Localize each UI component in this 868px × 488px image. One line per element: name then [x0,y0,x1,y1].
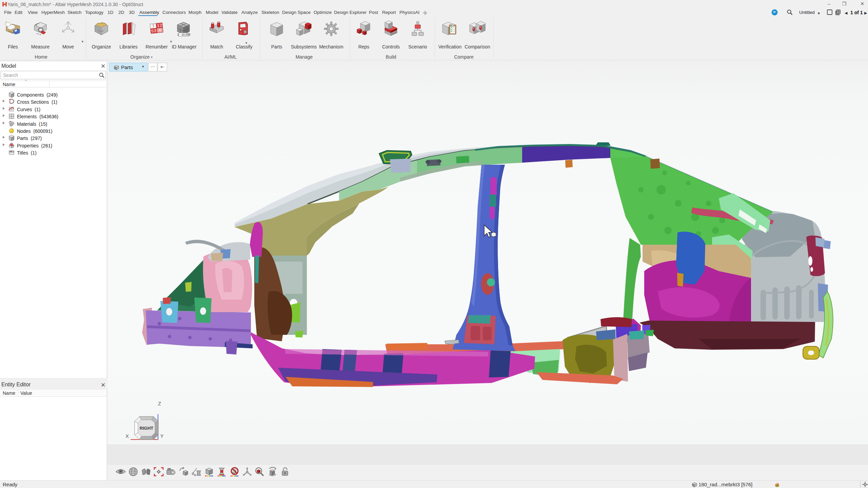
svg-text:Z: Z [158,401,161,406]
svg-text:RIGHT: RIGHT [140,426,154,431]
svg-text:Y: Y [160,434,163,440]
svg-text:X: X [125,433,129,439]
